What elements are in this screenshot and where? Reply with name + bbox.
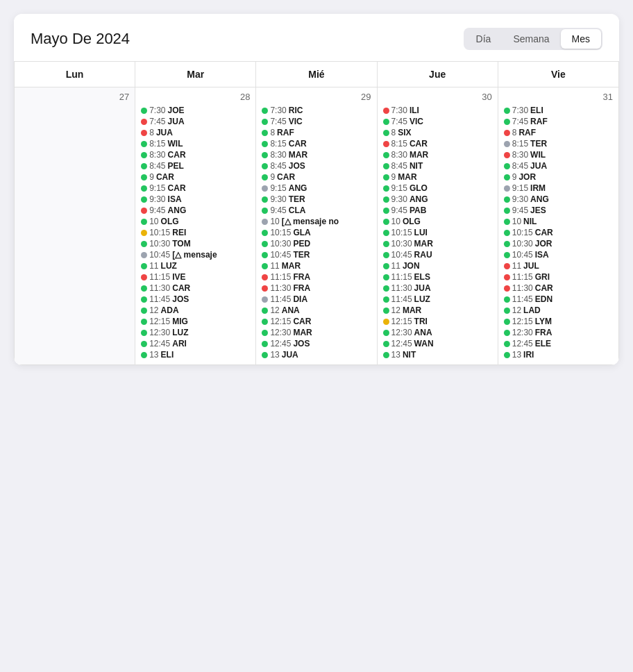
list-item[interactable]: 12:15LYM: [504, 316, 613, 327]
list-item[interactable]: 7:30RIC: [262, 105, 371, 116]
list-item[interactable]: 8:30MAR: [262, 149, 371, 160]
list-item[interactable]: 11:15ELS: [383, 271, 492, 283]
list-item[interactable]: 13NIT: [383, 349, 492, 360]
list-item[interactable]: 8:45PEL: [141, 160, 250, 171]
list-item[interactable]: 9:15CAR: [141, 183, 250, 194]
list-item[interactable]: 9:15GLO: [383, 183, 492, 194]
list-item[interactable]: 9MAR: [383, 171, 492, 183]
event-name: JUA: [156, 128, 173, 137]
list-item[interactable]: 12:30ANA: [383, 327, 492, 338]
list-item[interactable]: 11:15FRA: [262, 271, 371, 283]
list-item[interactable]: 11LUZ: [141, 260, 250, 271]
list-item[interactable]: 12:15TRI: [383, 316, 492, 327]
list-item[interactable]: 8:45NIT: [383, 160, 492, 171]
list-item[interactable]: 12:45ELE: [504, 338, 613, 349]
list-item[interactable]: 8RAF: [504, 127, 613, 138]
list-item[interactable]: 10:15LUI: [383, 227, 492, 238]
view-btn-dia[interactable]: Día: [465, 29, 503, 49]
list-item[interactable]: 9CAR: [262, 171, 371, 183]
list-item[interactable]: 10OLG: [383, 216, 492, 227]
list-item[interactable]: 10:30TOM: [141, 238, 250, 249]
view-btn-mes[interactable]: Mes: [561, 29, 601, 49]
list-item[interactable]: 7:30ELI: [504, 105, 613, 116]
list-item[interactable]: 12:45WAN: [383, 338, 492, 349]
list-item[interactable]: 13ELI: [141, 349, 250, 360]
list-item[interactable]: 13JUA: [262, 349, 371, 360]
list-item[interactable]: 11MAR: [262, 260, 371, 271]
list-item[interactable]: 11JON: [383, 260, 492, 271]
view-btn-semana[interactable]: Semana: [502, 29, 560, 49]
list-item[interactable]: 8:15CAR: [262, 138, 371, 149]
list-item[interactable]: 12ADA: [141, 305, 250, 316]
list-item[interactable]: 10:15GLA: [262, 227, 371, 238]
list-item[interactable]: 10:45[△ mensaje: [141, 249, 250, 260]
list-item[interactable]: 12:30LUZ: [141, 327, 250, 338]
list-item[interactable]: 8:15TER: [504, 138, 613, 149]
list-item[interactable]: 12:30MAR: [262, 327, 371, 338]
list-item[interactable]: 12:15CAR: [262, 316, 371, 327]
status-dot: [262, 352, 268, 358]
list-item[interactable]: 10NIL: [504, 216, 613, 227]
list-item[interactable]: 11:45EDN: [504, 294, 613, 305]
list-item[interactable]: 11JUL: [504, 260, 613, 271]
list-item[interactable]: 10:45ISA: [504, 249, 613, 260]
list-item[interactable]: 9CAR: [141, 171, 250, 183]
list-item[interactable]: 12:45JOS: [262, 338, 371, 349]
list-item[interactable]: 11:15IVE: [141, 271, 250, 283]
list-item[interactable]: 9:45ANG: [141, 205, 250, 216]
list-item[interactable]: 8:30MAR: [383, 149, 492, 160]
list-item[interactable]: 8:45JUA: [504, 160, 613, 171]
list-item[interactable]: 8:30WIL: [504, 149, 613, 160]
list-item[interactable]: 12:45ARI: [141, 338, 250, 349]
list-item[interactable]: 12ANA: [262, 305, 371, 316]
list-item[interactable]: 11:45JOS: [141, 294, 250, 305]
list-item[interactable]: 7:45JUA: [141, 116, 250, 127]
list-item[interactable]: 9:30ANG: [504, 194, 613, 205]
list-item[interactable]: 11:15GRI: [504, 271, 613, 283]
list-item[interactable]: 10:30MAR: [383, 238, 492, 249]
list-item[interactable]: 12LAD: [504, 305, 613, 316]
list-item[interactable]: 8:15CAR: [383, 138, 492, 149]
list-item[interactable]: 12:30FRA: [504, 327, 613, 338]
status-dot: [141, 219, 147, 225]
list-item[interactable]: 12MAR: [383, 305, 492, 316]
list-item[interactable]: 10[△ mensaje no: [262, 216, 371, 227]
list-item[interactable]: 8:45JOS: [262, 160, 371, 171]
list-item[interactable]: 8:15WIL: [141, 138, 250, 149]
list-item[interactable]: 8SIX: [383, 127, 492, 138]
list-item[interactable]: 11:45DIA: [262, 294, 371, 305]
list-item[interactable]: 7:45RAF: [504, 116, 613, 127]
list-item[interactable]: 11:45LUZ: [383, 294, 492, 305]
list-item[interactable]: 10:30JOR: [504, 238, 613, 249]
list-item[interactable]: 13IRI: [504, 349, 613, 360]
list-item[interactable]: 7:30JOE: [141, 105, 250, 116]
list-item[interactable]: 8:30CAR: [141, 149, 250, 160]
list-item[interactable]: 10:45TER: [262, 249, 371, 260]
list-item[interactable]: 11:30FRA: [262, 283, 371, 294]
list-item[interactable]: 9:45CLA: [262, 205, 371, 216]
list-item[interactable]: 7:45VIC: [262, 116, 371, 127]
list-item[interactable]: 10:45RAU: [383, 249, 492, 260]
list-item[interactable]: 9:30ISA: [141, 194, 250, 205]
list-item[interactable]: 11:30CAR: [504, 283, 613, 294]
list-item[interactable]: 7:45VIC: [383, 116, 492, 127]
list-item[interactable]: 8JUA: [141, 127, 250, 138]
list-item[interactable]: 12:15MIG: [141, 316, 250, 327]
list-item[interactable]: 9:15ANG: [262, 183, 371, 194]
list-item[interactable]: 9:15IRM: [504, 183, 613, 194]
list-item[interactable]: 9:45JES: [504, 205, 613, 216]
list-item[interactable]: 10:15CAR: [504, 227, 613, 238]
event-name: CAR: [172, 283, 190, 293]
list-item[interactable]: 9:30ANG: [383, 194, 492, 205]
list-item[interactable]: 8RAF: [262, 127, 371, 138]
list-item[interactable]: 9:30TER: [262, 194, 371, 205]
list-item[interactable]: 11:30CAR: [141, 283, 250, 294]
list-item[interactable]: 9JOR: [504, 171, 613, 183]
status-dot: [141, 119, 147, 125]
list-item[interactable]: 7:30ILI: [383, 105, 492, 116]
list-item[interactable]: 11:30JUA: [383, 283, 492, 294]
list-item[interactable]: 9:45PAB: [383, 205, 492, 216]
list-item[interactable]: 10OLG: [141, 216, 250, 227]
list-item[interactable]: 10:15REI: [141, 227, 250, 238]
list-item[interactable]: 10:30PED: [262, 238, 371, 249]
